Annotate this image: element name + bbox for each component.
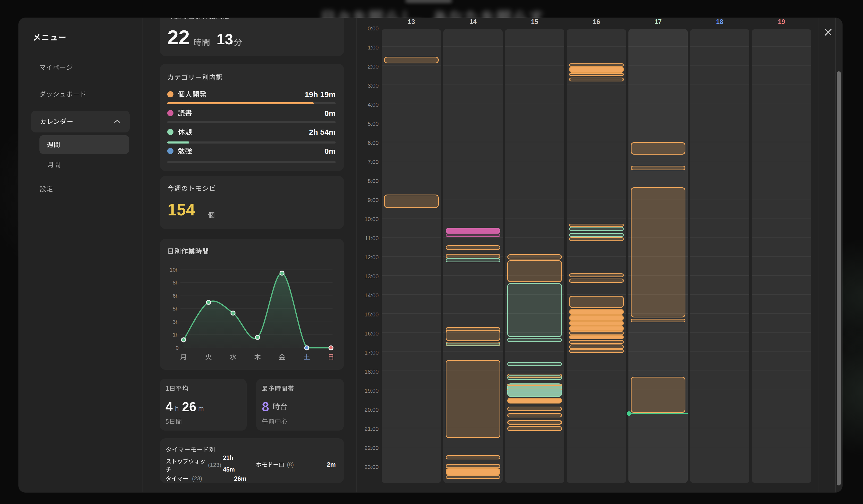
svg-text:6h: 6h	[173, 293, 179, 299]
svg-text:10h: 10h	[170, 267, 179, 273]
svg-text:0: 0	[176, 345, 179, 351]
svg-text:1h: 1h	[173, 332, 179, 338]
svg-text:5h: 5h	[173, 306, 179, 312]
svg-text:8h: 8h	[173, 280, 179, 286]
svg-text:3h: 3h	[173, 319, 179, 325]
